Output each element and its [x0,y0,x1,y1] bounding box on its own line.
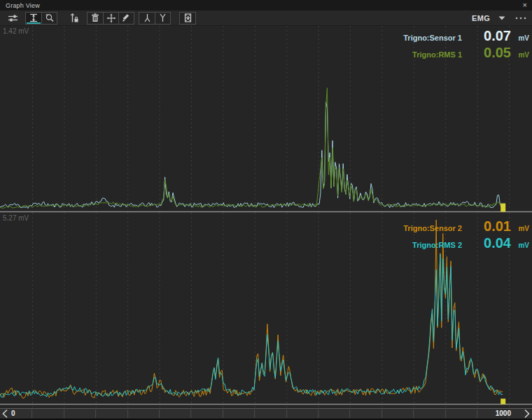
pan-move-button[interactable] [103,13,118,24]
signal-trace [0,88,503,209]
filter-settings-button[interactable] [4,12,21,24]
close-button[interactable]: × [518,1,532,9]
delete-button[interactable] [88,13,103,24]
fit-vertical-scale-icon [29,13,38,22]
trash-icon [91,13,99,22]
panel-lock-button[interactable] [180,13,195,24]
window-title: Graph View [0,2,40,9]
legend-bottom: Trigno:Sensor 2 0.01 mV Trigno:RMS 2 0.0… [403,218,529,252]
split-marker-icon [143,13,152,22]
scroll-right-icon[interactable] [523,409,531,419]
merge-marker-button[interactable] [155,13,170,24]
signal-trace [0,254,503,397]
series-name: Trigno:RMS 1 [412,50,462,59]
series-name: Trigno:Sensor 2 [403,224,462,232]
series-value: 0.05 [468,45,511,61]
mode-label: EMG [472,14,490,22]
data-cursor-marker[interactable] [500,399,505,405]
scrollbar-end-value: 1000 [496,410,511,417]
graph-view-window: Graph View × [0,0,532,420]
series-name: Trigno:RMS 2 [412,241,462,249]
merge-marker-icon [158,13,167,22]
scale-label-top: 1.42 mV [3,27,29,35]
more-options-button[interactable] [514,17,528,20]
legend-row: Trigno:Sensor 1 0.07 mV [403,28,529,45]
annotate-pencil-button[interactable] [118,13,134,24]
series-unit: mV [514,241,529,249]
time-scrollbar[interactable]: 0 1000 [0,408,532,419]
axis-lock-icon [69,13,79,23]
legend-row: Trigno:RMS 2 0.04 mV [403,235,529,252]
panel-lock-group [179,12,196,24]
pencil-icon [122,13,131,22]
fit-vertical-scale-button[interactable] [26,13,41,24]
scrollbar-ticks [0,410,532,418]
marker-group [139,12,171,24]
chevron-down-icon [498,16,505,20]
series-unit: mV [514,225,529,232]
move-icon [106,13,116,23]
scale-label-bottom: 5.27 mV [3,214,29,222]
legend-top: Trigno:Sensor 1 0.07 mV Trigno:RMS 1 0.0… [403,28,529,62]
axis-lock-button[interactable] [66,12,83,24]
ellipsis-icon [515,17,526,20]
edit-group [87,12,134,24]
legend-row: Trigno:RMS 1 0.05 mV [403,45,529,62]
mode-dropdown-button[interactable] [497,16,507,20]
data-cursor-marker[interactable] [500,204,505,212]
zoom-tool-icon [45,13,55,22]
series-value: 0.04 [468,235,511,251]
series-name: Trigno:Sensor 1 [403,34,462,42]
zoom-tool-button[interactable] [41,13,57,24]
series-unit: mV [514,51,529,59]
titlebar: Graph View × [0,0,532,10]
toolbar: EMG [0,10,532,26]
series-value: 0.01 [468,218,511,234]
series-unit: mV [514,34,529,42]
chart-panel-top[interactable]: 1.42 mV Trigno:Sensor 1 0.07 mV Trigno:R… [0,26,532,213]
panel-lock-icon [183,13,192,22]
filter-settings-icon [8,13,18,23]
scroll-left-icon[interactable] [1,409,9,419]
split-marker-button[interactable] [139,13,155,24]
signal-trace [0,102,503,209]
chart-panel-bottom[interactable]: 5.27 mV Trigno:Sensor 2 0.01 mV Trigno:R… [0,213,532,408]
legend-row: Trigno:Sensor 2 0.01 mV [403,218,529,235]
scale-zoom-group [25,12,57,24]
scrollbar-start-value: 0 [11,410,15,417]
series-value: 0.07 [468,28,511,44]
